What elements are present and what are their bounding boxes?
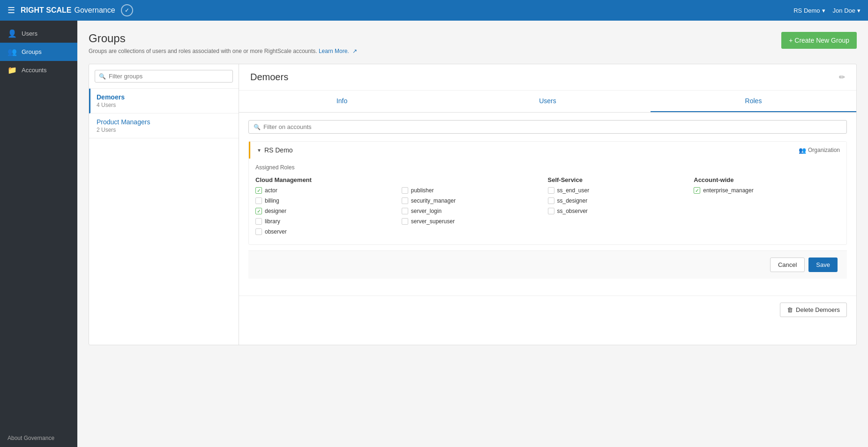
role-checkbox-actor[interactable] (255, 187, 262, 194)
group-product-managers-count: 2 Users (97, 127, 231, 133)
sidebar-item-groups-label: Groups (22, 48, 42, 55)
filter-search-icon: 🔍 (99, 73, 106, 80)
roles-column-cloud-management: Cloud Management actor billing (255, 176, 402, 239)
org-label-text: Organization (808, 147, 840, 153)
role-label-publisher: publisher (411, 187, 434, 194)
role-checkbox-library[interactable] (255, 218, 262, 225)
role-item-enterprise-manager: enterprise_manager (694, 187, 840, 194)
roles-column-self-service: Self-Service ss_end_user ss_designer (548, 176, 694, 239)
sidebar-item-users[interactable]: 👤 Users (0, 24, 77, 43)
account-name-label: RS Demo (264, 146, 293, 154)
role-checkbox-designer[interactable] (255, 208, 262, 214)
role-item-actor: actor (255, 187, 402, 194)
cloud-management-title: Cloud Management (255, 176, 402, 183)
role-label-security-manager: security_manager (411, 197, 456, 204)
role-checkbox-ss-end-user[interactable] (548, 187, 554, 194)
org-icon: 👥 (799, 147, 806, 154)
sidebar-item-accounts-label: Accounts (22, 67, 46, 74)
learn-more-link[interactable]: Learn More. (319, 48, 349, 54)
page-title: Groups (89, 32, 357, 45)
cloud-management-2-title (402, 176, 548, 183)
roles-footer: Cancel Save (248, 250, 847, 279)
account-section-rs-demo: ▼ RS Demo 👥 Organization Assigned Roles (248, 141, 847, 245)
tabs: Info Users Roles (239, 91, 856, 113)
sidebar-item-groups[interactable]: 👥 Groups (0, 43, 77, 61)
role-checkbox-billing[interactable] (255, 197, 262, 204)
delete-group-label: Delete Demoers (796, 306, 840, 313)
accounts-icon: 📁 (7, 66, 17, 75)
group-name-heading: Demoers (250, 72, 288, 83)
role-label-actor: actor (265, 187, 277, 194)
role-label-designer: designer (265, 208, 286, 214)
role-checkbox-publisher[interactable] (402, 187, 408, 194)
role-item-ss-end-user: ss_end_user (548, 187, 694, 194)
group-demoers-count: 4 Users (97, 102, 231, 108)
user-dropdown[interactable]: Jon Doe ▾ (833, 7, 861, 14)
roles-column-account-wide: Account-wide enterprise_manager (694, 176, 840, 239)
save-button[interactable]: Save (808, 258, 838, 272)
rs-demo-chevron: ▾ (822, 7, 825, 14)
role-item-observer: observer (255, 228, 402, 235)
tab-info[interactable]: Info (239, 91, 445, 112)
assigned-roles: Assigned Roles Cloud Management actor (249, 159, 846, 244)
role-checkbox-ss-designer[interactable] (548, 197, 554, 204)
role-label-billing: billing (265, 197, 279, 204)
group-item-product-managers[interactable]: Product Managers 2 Users (89, 114, 239, 138)
sidebar-item-accounts[interactable]: 📁 Accounts (0, 61, 77, 79)
role-item-library: library (255, 218, 402, 225)
role-checkbox-observer[interactable] (255, 228, 262, 235)
tab-roles[interactable]: Roles (651, 91, 856, 112)
role-label-ss-end-user: ss_end_user (557, 187, 590, 194)
roles-column-cloud-management-2: publisher security_manager (402, 176, 548, 239)
role-label-server-login: server_login (411, 208, 441, 214)
delete-group-button[interactable]: 🗑 Delete Demoers (780, 303, 847, 317)
users-icon: 👤 (7, 29, 17, 38)
self-service-title: Self-Service (548, 176, 694, 183)
role-label-ss-observer: ss_observer (557, 208, 588, 214)
role-label-server-superuser: server_superuser (411, 218, 455, 225)
role-checkbox-enterprise-manager[interactable] (694, 187, 700, 194)
role-item-publisher: publisher (402, 187, 548, 194)
create-new-group-button[interactable]: + Create New Group (781, 32, 857, 49)
org-label: 👥 Organization (799, 147, 840, 154)
trash-icon: 🗑 (787, 306, 793, 313)
tab-users[interactable]: Users (445, 91, 651, 112)
cancel-button[interactable]: Cancel (770, 258, 805, 272)
user-chevron: ▾ (857, 7, 861, 14)
brand-suffix: Governance (74, 6, 115, 15)
role-item-server-superuser: server_superuser (402, 218, 548, 225)
filter-accounts-search-icon: 🔍 (254, 124, 261, 130)
rs-demo-label: RS Demo (793, 7, 820, 14)
account-name: ▼ RS Demo (257, 146, 293, 154)
hamburger-icon[interactable]: ☰ (7, 5, 15, 15)
edit-group-icon[interactable]: ✏ (839, 73, 845, 82)
brand-logo: RIGHT SCALE Governance (21, 6, 115, 15)
brand-name: RIGHT SCALE (21, 6, 71, 15)
page-header: Groups Groups are collections of users a… (89, 32, 857, 54)
rs-demo-dropdown[interactable]: RS Demo ▾ (793, 7, 825, 14)
group-item-demoers[interactable]: Demoers 4 Users (89, 89, 239, 114)
filter-accounts-input[interactable] (263, 123, 842, 130)
page-description: Groups are collections of users and role… (89, 48, 357, 54)
nav-shield-icon[interactable]: ✓ (121, 4, 133, 16)
sidebar-nav: 👤 Users 👥 Groups 📁 Accounts (0, 21, 77, 79)
role-checkbox-security-manager[interactable] (402, 197, 408, 204)
account-wide-title: Account-wide (694, 176, 840, 183)
about-governance-label: About Governance (7, 435, 54, 441)
role-checkbox-ss-observer[interactable] (548, 208, 554, 214)
assigned-roles-title: Assigned Roles (255, 164, 840, 171)
role-checkbox-server-login[interactable] (402, 208, 408, 214)
account-chevron-icon[interactable]: ▼ (257, 148, 262, 153)
role-checkbox-server-superuser[interactable] (402, 218, 408, 225)
top-nav: ☰ RIGHT SCALE Governance ✓ RS Demo ▾ Jon… (0, 0, 868, 21)
sidebar: 👤 Users 👥 Groups 📁 Accounts About Govern… (0, 21, 77, 447)
main-content: Groups Groups are collections of users a… (77, 21, 868, 447)
user-label: Jon Doe (833, 7, 855, 14)
about-governance[interactable]: About Governance (0, 429, 77, 447)
filter-groups-input[interactable] (109, 73, 229, 80)
role-label-enterprise-manager: enterprise_manager (703, 187, 753, 194)
sidebar-item-users-label: Users (22, 30, 37, 37)
external-link-icon: ↗ (352, 48, 357, 54)
filter-box: 🔍 (89, 64, 239, 89)
filter-accounts-wrap: 🔍 (248, 120, 847, 134)
